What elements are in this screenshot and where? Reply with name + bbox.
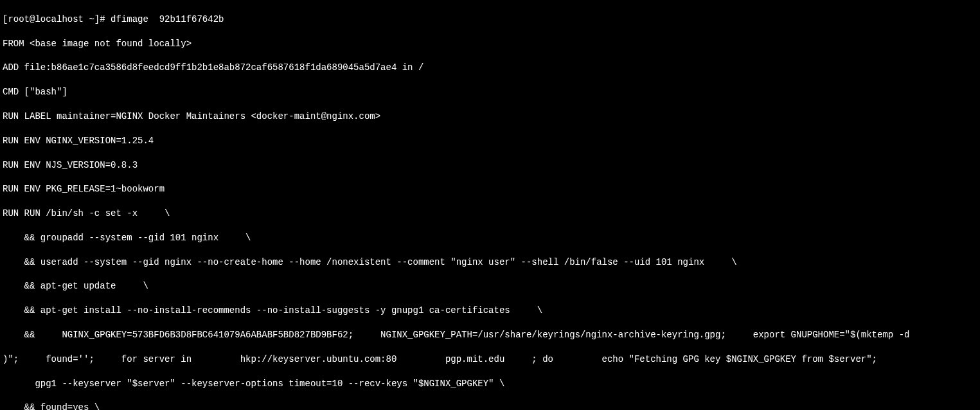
terminal-line: && apt-get install --no-install-recommen…: [3, 305, 977, 317]
terminal-line: && found=yes \: [3, 402, 977, 410]
terminal-line: )"; found=''; for server in hkp://keyser…: [3, 353, 977, 366]
terminal-line: CMD ["bash"]: [3, 86, 977, 98]
terminal-line: && useradd --system --gid nginx --no-cre…: [3, 256, 977, 269]
terminal-line: ADD file:b86ae1c7ca3586d8feedcd9ff1b2b1e…: [3, 62, 977, 74]
terminal-window[interactable]: [root@localhost ~]# dfimage 92b11f67642b…: [0, 0, 980, 410]
terminal-line: && NGINX_GPGKEY=573BFD6B3D8FBC641079A6AB…: [3, 329, 977, 341]
terminal-line: RUN LABEL maintainer=NGINX Docker Mainta…: [3, 111, 977, 123]
terminal-line: [root@localhost ~]# dfimage 92b11f67642b: [3, 13, 977, 26]
terminal-line: RUN RUN /bin/sh -c set -x \: [3, 208, 977, 220]
terminal-line: RUN ENV NGINX_VERSION=1.25.4: [3, 135, 977, 147]
terminal-line: gpg1 --keyserver "$server" --keyserver-o…: [3, 378, 977, 390]
terminal-line: && groupadd --system --gid 101 nginx \: [3, 232, 977, 244]
terminal-line: && apt-get update \: [3, 280, 977, 292]
terminal-line: FROM <base image not found locally>: [3, 38, 977, 50]
terminal-line: RUN ENV NJS_VERSION=0.8.3: [3, 159, 977, 172]
terminal-line: RUN ENV PKG_RELEASE=1~bookworm: [3, 183, 977, 195]
